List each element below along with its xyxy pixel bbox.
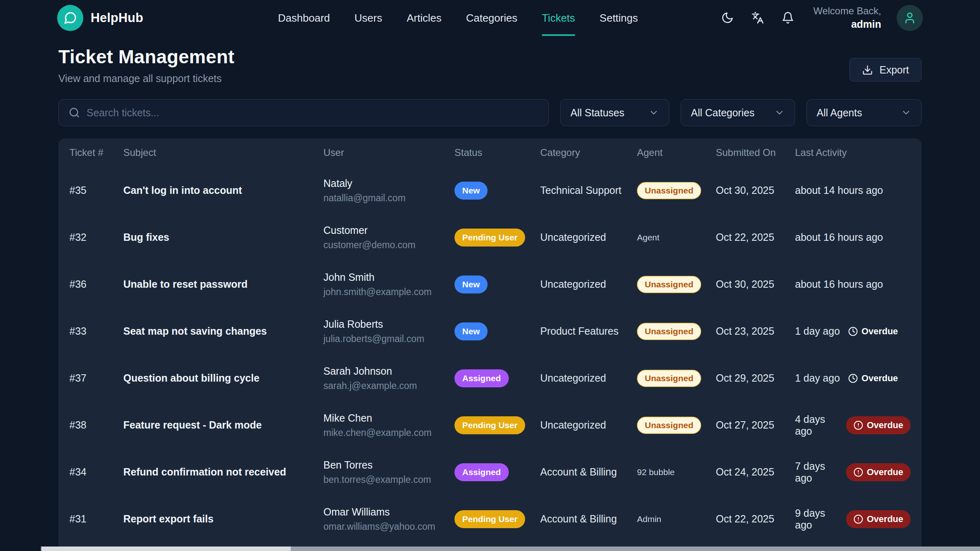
user-name: Customer xyxy=(323,224,454,236)
scrollbar-thumb[interactable] xyxy=(42,547,291,551)
ticket-id: #32 xyxy=(69,231,123,243)
chevron-down-icon xyxy=(901,107,911,118)
nav-item[interactable]: Articles xyxy=(407,0,441,36)
status-badge: New xyxy=(454,276,488,293)
column-header: Submitted On xyxy=(716,147,795,158)
status-cell: New xyxy=(454,182,540,200)
agent-badge: 92 bubble xyxy=(637,467,675,477)
horizontal-scrollbar[interactable] xyxy=(41,547,980,551)
category-cell: Uncategorized xyxy=(540,372,637,384)
notifications-button[interactable] xyxy=(781,11,795,25)
clock-icon xyxy=(848,373,858,383)
main-nav: Dashboard Users Articles Categories Tick… xyxy=(278,0,638,36)
user-cell: John Smith john.smith@example.com xyxy=(323,271,454,298)
overdue-label: Overdue xyxy=(867,514,903,524)
top-bar: HelpHub Dashboard Users Articles Categor… xyxy=(0,0,980,36)
agent-badge: Unassigned xyxy=(637,370,701,387)
ticket-row[interactable]: #33 Seat map not saving changes Julia Ro… xyxy=(58,308,922,355)
overdue-label: Overdue xyxy=(862,326,898,337)
language-button[interactable] xyxy=(751,11,765,25)
agent-badge: Unassigned xyxy=(637,417,701,434)
ticket-subject: Question about billing cycle xyxy=(123,372,323,384)
page-title: Ticket Management xyxy=(58,46,922,68)
ticket-row[interactable]: #38 Feature request - Dark mode Mike Che… xyxy=(58,402,922,449)
agent-cell: Unassigned xyxy=(637,323,716,340)
user-name: Julia Roberts xyxy=(323,318,454,330)
search-input[interactable] xyxy=(87,107,539,119)
user-email: ben.torres@example.com xyxy=(323,474,454,485)
submitted-cell: Oct 27, 2025 xyxy=(716,419,795,431)
overdue-indicator: Overdue xyxy=(846,416,911,434)
agent-cell: Unassigned xyxy=(637,417,716,434)
ticket-subject: Can't log in into account xyxy=(123,184,323,196)
user-name: Omar Williams xyxy=(323,506,454,518)
user-cell: Ben Torres ben.torres@example.com xyxy=(323,459,454,485)
overdue-label: Overdue xyxy=(867,467,903,478)
ticket-row[interactable]: #32 Bug fixes Customer customer@demo.com… xyxy=(58,214,922,261)
ticket-subject: Seat map not saving changes xyxy=(123,325,323,337)
nav-item[interactable]: Users xyxy=(354,0,382,36)
user-name: Nataly xyxy=(323,178,454,189)
activity-text: 1 day ago xyxy=(795,325,840,337)
page-subtitle: View and manage all support tickets xyxy=(58,73,922,84)
nav-item[interactable]: Categories xyxy=(466,0,517,36)
column-header: Subject xyxy=(123,147,323,158)
nav-item[interactable]: Tickets xyxy=(542,0,575,36)
ticket-subject: Feature request - Dark mode xyxy=(123,419,323,431)
submitted-cell: Oct 30, 2025 xyxy=(716,184,795,196)
ticket-subject: Unable to reset password xyxy=(123,278,323,290)
category-cell: Uncategorized xyxy=(540,231,637,243)
user-name: John Smith xyxy=(323,271,454,283)
user-email: julia.roberts@gmail.com xyxy=(323,333,454,344)
user-email: mike.chen@example.com xyxy=(323,427,454,438)
ticket-row[interactable]: #34 Refund confirmation not received Ben… xyxy=(58,449,922,495)
ticket-row[interactable]: #36 Unable to reset password John Smith … xyxy=(58,261,922,308)
status-cell: Pending User xyxy=(454,229,540,247)
search-icon xyxy=(69,107,80,118)
search-box xyxy=(58,99,549,126)
table-header: Ticket # Subject User Status Category Ag… xyxy=(58,138,922,167)
brand[interactable]: HelpHub xyxy=(57,5,143,31)
status-badge: Pending User xyxy=(454,416,525,434)
chevron-down-icon xyxy=(774,107,785,118)
agent-badge: Unassigned xyxy=(637,182,701,199)
dark-mode-toggle[interactable] xyxy=(720,11,735,25)
welcome-text: Welcome Back, admin xyxy=(813,4,881,31)
ticket-row[interactable]: #31 Report export fails Omar Williams om… xyxy=(58,495,922,542)
activity-cell: about 16 hours ago xyxy=(795,231,911,243)
ticket-row[interactable]: #35 Can't log in into account Nataly nat… xyxy=(58,167,922,214)
chevron-down-icon xyxy=(648,107,659,118)
submitted-cell: Oct 23, 2025 xyxy=(716,325,795,337)
alert-circle-icon xyxy=(853,420,863,430)
activity-text: 1 day ago xyxy=(795,372,840,384)
nav-item[interactable]: Settings xyxy=(599,0,638,36)
column-header: Ticket # xyxy=(69,147,123,158)
overdue-label: Overdue xyxy=(867,420,903,431)
ticket-row[interactable]: #37 Question about billing cycle Sarah J… xyxy=(58,355,922,402)
activity-cell: 4 days ago Overdue xyxy=(795,413,911,437)
status-badge: Pending User xyxy=(454,229,525,247)
user-email: natallia@gmail.com xyxy=(323,193,454,204)
user-name: Sarah Johnson xyxy=(323,365,454,377)
submitted-cell: Oct 29, 2025 xyxy=(716,372,795,384)
category-cell: Uncategorized xyxy=(540,419,637,431)
status-badge: New xyxy=(454,322,488,340)
status-badge: Assigned xyxy=(454,463,509,481)
ticket-subject: Report export fails xyxy=(123,513,323,525)
welcome-line: Welcome Back, xyxy=(813,4,881,18)
nav-item[interactable]: Dashboard xyxy=(278,0,330,36)
ticket-id: #37 xyxy=(69,372,123,384)
category-filter-value: All Categories xyxy=(691,107,755,119)
export-button[interactable]: Export xyxy=(849,58,922,82)
category-filter[interactable]: All Categories xyxy=(681,99,795,126)
avatar[interactable] xyxy=(897,5,923,31)
activity-cell: about 14 hours ago xyxy=(795,184,911,196)
agent-badge: Admin xyxy=(637,514,662,524)
ticket-id: #38 xyxy=(69,419,123,431)
activity-cell: 9 days ago Overdue xyxy=(795,507,911,531)
user-email: john.smith@example.com xyxy=(323,287,454,298)
agent-filter[interactable]: All Agents xyxy=(806,99,922,126)
status-filter[interactable]: All Statuses xyxy=(560,99,669,126)
agent-badge: Unassigned xyxy=(637,323,701,340)
status-badge: New xyxy=(454,182,488,200)
